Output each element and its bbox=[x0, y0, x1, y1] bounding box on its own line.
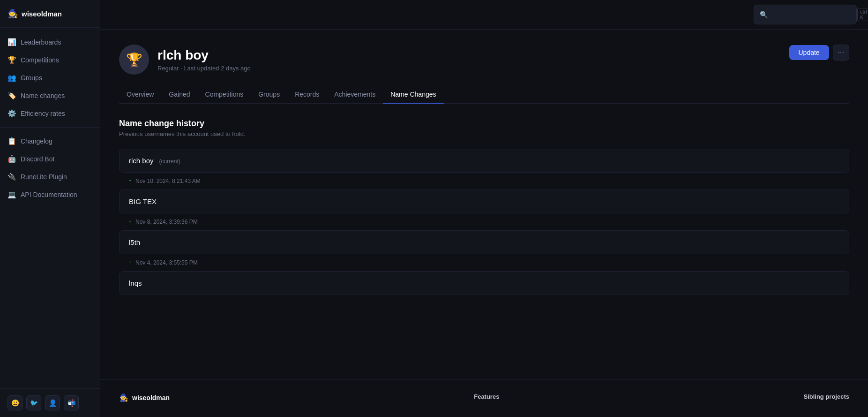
name-changes-content: Name change history Previous usernames t… bbox=[100, 104, 868, 379]
footer-col-sibling: Sibling projects bbox=[803, 393, 849, 404]
change-timestamp-3: ↑ Nov 4, 2024, 3:55:55 PM bbox=[119, 254, 849, 271]
search-input[interactable]: rlch boy bbox=[771, 11, 853, 18]
sidebar-item-label: Competitions bbox=[21, 56, 59, 64]
sidebar-item-groups[interactable]: 👥 Groups bbox=[0, 69, 100, 87]
app-icon: 🧙 bbox=[7, 8, 18, 19]
sidebar-item-name-changes[interactable]: 🏷️ Name changes bbox=[0, 87, 100, 105]
sidebar-item-competitions[interactable]: 🏆 Competitions bbox=[0, 51, 100, 69]
footer-col-features-title: Features bbox=[474, 393, 499, 400]
sidebar-item-label: Name changes bbox=[21, 92, 65, 99]
name-card-text: rlch boy bbox=[129, 157, 154, 165]
footer-brand: 🧙 wiseoldman bbox=[119, 393, 170, 402]
profile-info: rlch boy Regular · Last updated 2 days a… bbox=[157, 48, 251, 72]
arrow-up-icon-2: ↑ bbox=[128, 218, 132, 226]
arrow-up-icon-3: ↑ bbox=[128, 259, 132, 266]
discord-icon: 🤖 bbox=[7, 155, 16, 163]
change-timestamp-2: ↑ Nov 8, 2024, 3:39:36 PM bbox=[119, 213, 849, 230]
sidebar-item-changelog[interactable]: 📋 Changelog bbox=[0, 132, 100, 150]
footer-icon-user[interactable]: 👤 bbox=[45, 395, 60, 410]
tab-groups[interactable]: Groups bbox=[251, 86, 287, 104]
footer-icon-twitter[interactable]: 🐦 bbox=[26, 395, 41, 410]
footer-icon-mail[interactable]: 📬 bbox=[64, 395, 79, 410]
sidebar-item-label: Efficiency rates bbox=[21, 110, 65, 117]
footer-brand-name: wiseoldman bbox=[132, 394, 170, 402]
more-button[interactable]: ··· bbox=[833, 45, 849, 61]
profile-actions: Update ··· bbox=[789, 45, 850, 61]
app-name: wiseoldman bbox=[22, 10, 62, 18]
footer-icon-discord[interactable]: 😀 bbox=[7, 395, 22, 410]
name-card-text: lnqs bbox=[129, 279, 142, 287]
profile-meta: Regular · Last updated 2 days ago bbox=[157, 65, 251, 72]
sidebar: 🧙 wiseoldman 📊 Leaderboards 🏆 Competitio… bbox=[0, 0, 100, 417]
runelite-icon: 🔌 bbox=[7, 173, 16, 181]
name-card-bigtex: BIG TEX bbox=[119, 190, 849, 213]
footer-brand-icon: 🧙 bbox=[119, 393, 128, 402]
tab-gained[interactable]: Gained bbox=[161, 86, 197, 104]
footer-col-sibling-title: Sibling projects bbox=[803, 393, 849, 400]
api-icon: 💻 bbox=[7, 190, 16, 199]
sidebar-logo[interactable]: 🧙 wiseoldman bbox=[0, 0, 100, 28]
profile-rank: Regular bbox=[157, 65, 179, 72]
avatar: 🏆 bbox=[119, 45, 149, 75]
sidebar-item-label: Discord Bot bbox=[21, 155, 54, 163]
tab-name-changes[interactable]: Name Changes bbox=[383, 86, 443, 104]
changelog-icon: 📋 bbox=[7, 137, 16, 145]
search-bar[interactable]: 🔍 rlch boy ctrl K bbox=[754, 5, 857, 24]
efficiency-icon: ⚙️ bbox=[7, 109, 16, 118]
sidebar-item-label: Leaderboards bbox=[21, 38, 61, 46]
profile-last-updated: Last updated 2 days ago bbox=[184, 65, 250, 72]
sidebar-item-label: Changelog bbox=[21, 137, 52, 145]
groups-icon: 👥 bbox=[7, 74, 16, 82]
profile-left: 🏆 rlch boy Regular · Last updated 2 days… bbox=[119, 45, 251, 75]
sidebar-item-label: Groups bbox=[21, 74, 42, 82]
tab-records[interactable]: Records bbox=[287, 86, 327, 104]
sidebar-item-label: RuneLite Plugin bbox=[21, 173, 67, 181]
sidebar-nav: 📊 Leaderboards 🏆 Competitions 👥 Groups 🏷… bbox=[0, 28, 100, 388]
name-card-current: rlch boy (current) bbox=[119, 149, 849, 173]
sidebar-footer: 😀 🐦 👤 📬 bbox=[0, 388, 100, 417]
timestamp-3: Nov 4, 2024, 3:55:55 PM bbox=[135, 259, 198, 266]
competitions-icon: 🏆 bbox=[7, 56, 16, 64]
topbar: 🔍 rlch boy ctrl K bbox=[100, 0, 868, 30]
tab-competitions[interactable]: Competitions bbox=[198, 86, 251, 104]
search-icon: 🔍 bbox=[760, 11, 768, 18]
section-subtitle: Previous usernames this account used to … bbox=[119, 130, 849, 137]
profile-section: 🏆 rlch boy Regular · Last updated 2 days… bbox=[100, 30, 868, 86]
sidebar-item-efficiency-rates[interactable]: ⚙️ Efficiency rates bbox=[0, 105, 100, 122]
timestamp-2: Nov 8, 2024, 3:39:36 PM bbox=[135, 219, 198, 225]
arrow-up-icon-1: ↑ bbox=[128, 177, 132, 185]
name-card-lnqs: lnqs bbox=[119, 271, 849, 295]
sidebar-item-label: API Documentation bbox=[21, 191, 77, 198]
tab-overview[interactable]: Overview bbox=[119, 86, 161, 104]
name-changes-icon: 🏷️ bbox=[7, 91, 16, 100]
search-shortcut: ctrl K bbox=[857, 8, 868, 21]
sidebar-item-runelite-plugin[interactable]: 🔌 RuneLite Plugin bbox=[0, 168, 100, 186]
name-card-text: BIG TEX bbox=[129, 197, 157, 205]
sidebar-item-leaderboards[interactable]: 📊 Leaderboards bbox=[0, 33, 100, 51]
name-card-badge: (current) bbox=[159, 158, 180, 165]
profile-tabs: Overview Gained Competitions Groups Reco… bbox=[119, 86, 849, 104]
sidebar-item-api-documentation[interactable]: 💻 API Documentation bbox=[0, 186, 100, 204]
timestamp-1: Nov 10, 2024, 8:21:43 AM bbox=[135, 178, 201, 184]
leaderboards-icon: 📊 bbox=[7, 38, 16, 46]
profile-username: rlch boy bbox=[157, 48, 251, 63]
tab-achievements[interactable]: Achievements bbox=[327, 86, 383, 104]
change-timestamp-1: ↑ Nov 10, 2024, 8:21:43 AM bbox=[119, 173, 849, 190]
section-title: Name change history bbox=[119, 119, 849, 129]
name-card-l5th: l5th bbox=[119, 230, 849, 254]
sidebar-item-discord-bot[interactable]: 🤖 Discord Bot bbox=[0, 150, 100, 168]
name-card-text: l5th bbox=[129, 238, 140, 246]
footer-col-features: Features bbox=[474, 393, 499, 404]
main-content: 🔍 rlch boy ctrl K 🏆 rlch boy Regular · L… bbox=[100, 0, 868, 417]
avatar-icon: 🏆 bbox=[126, 52, 142, 68]
page-footer: 🧙 wiseoldman Features Sibling projects bbox=[100, 379, 868, 417]
profile-header: 🏆 rlch boy Regular · Last updated 2 days… bbox=[119, 45, 849, 75]
update-button[interactable]: Update bbox=[789, 45, 829, 60]
